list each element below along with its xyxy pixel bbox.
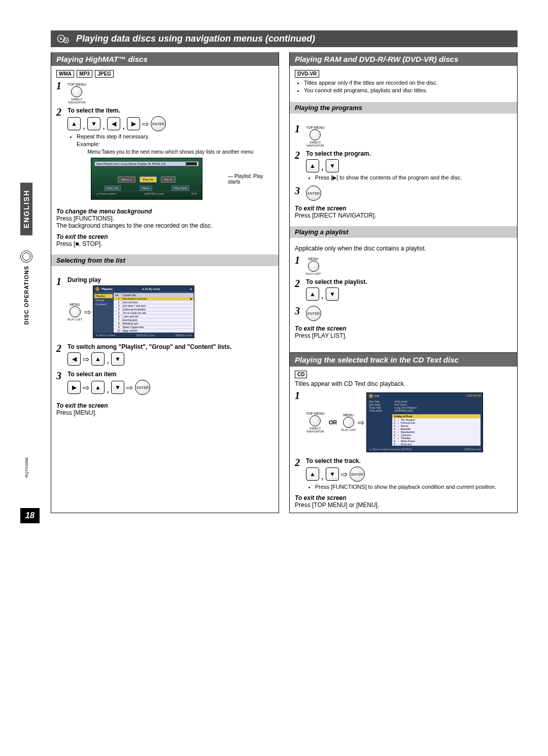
right-button[interactable]: ▶ — [67, 381, 81, 394]
prog-step-2-title: To select the program. — [306, 150, 512, 157]
list-cell: 8 — [115, 322, 122, 325]
left-button[interactable]: ◀ — [67, 352, 81, 366]
format-wma: WMA — [56, 70, 74, 78]
list-cell: Few times in summer — [122, 297, 147, 300]
then-arrow-icon: ⇨ — [358, 418, 364, 427]
btn-label-top: MENU — [70, 303, 80, 306]
menu-shot-foot-l: ▲ Press to select — [96, 192, 116, 195]
header-cd-text: Playing the selected track in the CD Tex… — [290, 352, 517, 367]
top-menu-button[interactable]: TOP MENU DIRECT NAVIGATOR — [306, 412, 325, 433]
up-button[interactable]: ▲ — [306, 467, 319, 481]
down-button[interactable]: ▼ — [111, 381, 124, 394]
then-arrow-icon: ⇨ — [142, 119, 149, 129]
menu-button[interactable]: MENU PLAY LIST — [67, 303, 82, 321]
cd-exit-t: Press [TOP MENU] or [MENU]. — [295, 501, 512, 509]
header-highmat: Playing HighMAT™ discs — [51, 52, 279, 66]
highmat-menu-screenshot: New Playlist Item Long Name Display Te P… — [91, 158, 202, 200]
disc-ops-icon — [20, 250, 32, 263]
subheader-playlist: Playing a playlist — [290, 226, 517, 238]
sel-step-2-num: 2 — [56, 343, 67, 353]
exit-heading-3: To exit the screen — [56, 402, 273, 409]
tab-english: ENGLISH — [20, 183, 32, 235]
top-menu-button[interactable]: TOP MENU DIRECT NAVIGATOR — [67, 83, 86, 104]
list-cell: 3 — [115, 304, 122, 307]
list-cell: Less and less — [122, 301, 138, 304]
circle-icon — [310, 415, 321, 426]
btn-label-bot: DIRECT NAVIGATOR — [306, 427, 324, 433]
menu-shot-no4: No. 4 — [161, 176, 175, 183]
enter-button[interactable]: ENTER — [135, 380, 150, 395]
svg-point-1 — [60, 37, 62, 39]
btn-label-top: MENU — [343, 413, 354, 417]
enter-button[interactable]: ENTER — [306, 186, 321, 201]
sel-step-3-num: 3 — [56, 371, 67, 381]
btn-label-bot: DIRECT NAVIGATOR — [68, 98, 85, 104]
cd-step-1-num: 1 — [295, 390, 306, 401]
list-foot-r: [MENU] to exit — [176, 334, 192, 337]
circle-icon — [308, 261, 319, 272]
btn-label-top: TOP MENU — [306, 126, 325, 129]
cd-shot-head-l: CD — [374, 394, 379, 398]
down-button[interactable]: ▼ — [111, 352, 124, 366]
list-cell: You've made me sad — [122, 311, 146, 314]
menu-button[interactable]: MENU PLAY LIST — [306, 257, 321, 275]
pl-applicable: Applicable only when the disc contains a… — [295, 245, 512, 252]
subheader-programs: Playing the programs — [290, 102, 517, 114]
up-button[interactable]: ▲ — [306, 159, 319, 172]
top-menu-button[interactable]: TOP MENU DIRECT NAVIGATOR — [306, 126, 325, 147]
left-button[interactable]: ◀ — [107, 117, 120, 130]
up-button[interactable]: ▲ — [67, 117, 81, 130]
list-cell: Quatre gymnopedies — [122, 308, 146, 311]
tab-disc-operations: DISC OPERATIONS — [23, 266, 29, 325]
pl-step-2-num: 2 — [295, 278, 306, 289]
menu-shot-foot-m: ● [ENTER] to play — [144, 192, 164, 195]
menu-shot-playlist: Play list — [140, 176, 157, 183]
then-arrow-icon: ⇨ — [84, 307, 91, 317]
menu-shot-header: New Playlist Item Long Name Display Te P… — [96, 162, 165, 165]
page-banner: Playing data discs using navigation menu… — [51, 30, 518, 47]
change-bg-text-2: The background changes to the one record… — [56, 222, 273, 229]
circle-icon — [343, 417, 354, 428]
circle-icon — [71, 86, 82, 97]
then-arrow-icon: ⇨ — [83, 383, 89, 392]
down-button[interactable]: ▼ — [326, 287, 339, 301]
up-button[interactable]: ▲ — [91, 352, 105, 366]
sel-step-3-title: To select an item — [67, 371, 273, 378]
list-cell: 5 — [115, 311, 122, 314]
exit-heading-1: To exit the screen — [56, 233, 273, 240]
prog-exit-t: Press [DIRECT NAVIGATOR]. — [295, 212, 512, 219]
menu-button[interactable]: MENU PLAY LIST — [341, 413, 356, 431]
enter-button[interactable]: ENTER — [350, 466, 365, 482]
list-side-playlist: Playlist — [94, 294, 113, 298]
up-button[interactable]: ▲ — [306, 287, 319, 301]
playlist-screenshot: Playlist● All By Artist● Playlist Group … — [93, 285, 194, 338]
list-col-no: No. — [115, 294, 122, 297]
circle-icon — [70, 306, 81, 317]
step-1-num: 1 — [56, 81, 67, 91]
pl-exit-h: To exit the screen — [295, 325, 512, 332]
format-dvd-vr: DVD-VR — [295, 70, 319, 78]
format-cd: CD — [295, 371, 307, 378]
page-number: 18 — [20, 508, 40, 523]
dvdvr-bullet-2: You cannot edit programs, playlists and … — [304, 87, 512, 93]
cd-shot-head-r: 1/23 00:00 — [466, 394, 481, 398]
menu-shot-menu1: Menu 1 — [118, 176, 135, 183]
menu-shot-next: Play Next — [172, 186, 190, 191]
prog-step-2-num: 2 — [295, 150, 306, 160]
list-cell: Velvet Cuppermine — [122, 326, 144, 329]
down-button[interactable]: ▼ — [326, 159, 339, 172]
change-bg-text-1: Press [FUNCTIONS]. — [56, 215, 273, 222]
cd-step-2-num: 2 — [295, 457, 306, 467]
step-2-num: 2 — [56, 107, 67, 117]
down-button[interactable]: ▼ — [326, 467, 339, 481]
up-button[interactable]: ▲ — [91, 381, 105, 394]
cd-info-label: Track Artist: — [369, 409, 394, 412]
change-bg-heading: To change the menu background — [56, 208, 273, 215]
right-button[interactable]: ▶ — [127, 117, 140, 130]
enter-button[interactable]: ENTER — [151, 116, 166, 131]
disc-icon — [57, 34, 71, 44]
down-button[interactable]: ▼ — [87, 117, 100, 130]
list-cell: 6 — [115, 315, 122, 318]
enter-button[interactable]: ENTER — [306, 306, 321, 321]
then-arrow-icon: ⇨ — [83, 354, 89, 364]
